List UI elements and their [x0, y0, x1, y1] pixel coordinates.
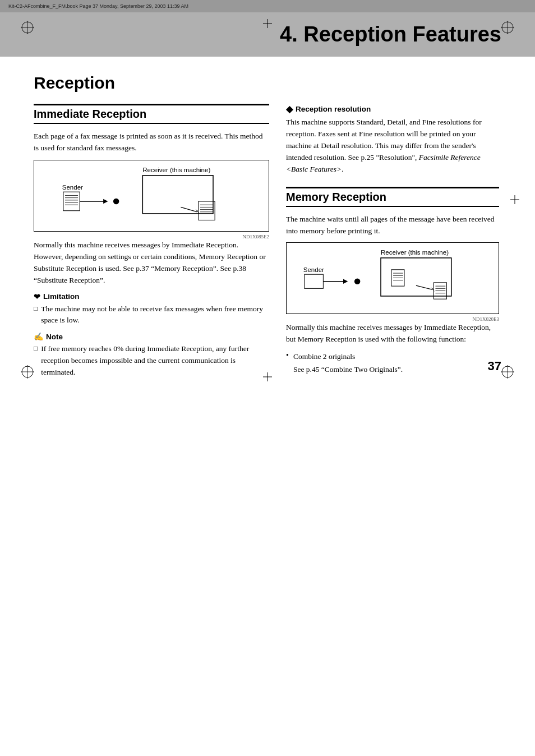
svg-point-9: [113, 199, 119, 204]
file-info-bar: Kit-C2-AFcombine_F_FM.book Page 37 Monda…: [0, 0, 535, 12]
note-heading: Note: [46, 333, 63, 341]
svg-line-15: [181, 207, 197, 211]
reception-resolution-section: ◆ Reception resolution This machine supp…: [286, 104, 499, 176]
note-text: If free memory reaches 0% during Immedia…: [41, 343, 269, 379]
diagram2-svg: Receiver (this machine) Sender: [291, 247, 494, 309]
combine-originals-label: Combine 2 originals: [293, 351, 403, 363]
limitation-section: ❤ Limitation □ The machine may not be ab…: [34, 292, 269, 327]
limitation-text: The machine may not be able to receive f…: [41, 303, 269, 327]
left-column: Immediate Reception Each page of a fax m…: [34, 104, 269, 385]
diagram-immediate-reception: Receiver (this machine) Sender: [34, 160, 269, 232]
section-title: Reception: [34, 73, 501, 93]
svg-marker-20: [343, 279, 348, 284]
svg-marker-8: [103, 199, 108, 204]
diagram2-caption: ND1X020E3: [286, 316, 499, 322]
limitation-heading: Limitation: [43, 292, 80, 301]
immediate-reception-body2: Normally this machine receives messages …: [34, 239, 269, 287]
corner-mark-tr: [500, 20, 515, 38]
immediate-reception-body1: Each page of a fax message is printed as…: [34, 131, 269, 154]
diagram-memory-reception: Receiver (this machine) Sender: [286, 242, 499, 314]
combine-originals-content: Combine 2 originals See p.45 “Combine Tw…: [293, 351, 403, 381]
note-item: □ If free memory reaches 0% during Immed…: [34, 343, 269, 379]
diagram2-receiver-label: Receiver (this machine): [381, 249, 449, 256]
main-content: Reception Immediate Reception Each page …: [0, 57, 535, 402]
italic-text: Facsimile Reference <Basic Features>: [286, 153, 481, 173]
memory-reception-body2: Normally this machine receives messages …: [286, 322, 499, 345]
center-bottom-mark: [262, 371, 273, 385]
svg-line-32: [416, 286, 432, 290]
combine-originals-item: • Combine 2 originals See p.45 “Combine …: [286, 351, 499, 381]
reception-resolution-header: ◆ Reception resolution: [286, 104, 499, 114]
svg-point-21: [354, 279, 360, 284]
file-info-text: Kit-C2-AFcombine_F_FM.book Page 37 Monda…: [8, 3, 188, 9]
corner-mark-br: [500, 364, 515, 382]
note-header: ✍ Note: [34, 332, 269, 341]
bullet-icon: •: [286, 351, 289, 360]
corner-mark-bl: [20, 364, 35, 382]
memory-reception-body1: The machine waits until all pages of the…: [286, 214, 499, 237]
diagram1-caption: ND1X085E2: [34, 234, 269, 239]
note-section: ✍ Note □ If free memory reaches 0% durin…: [34, 332, 269, 379]
limitation-header: ❤ Limitation: [34, 292, 269, 301]
diagram1-receiver-label: Receiver (this machine): [142, 166, 210, 173]
svg-rect-1: [63, 192, 80, 211]
checkbox-icon: □: [34, 305, 38, 313]
note-checkbox-icon: □: [34, 344, 38, 353]
right-column: ◆ Reception resolution This machine supp…: [286, 104, 499, 385]
memory-reception-header: Memory Reception: [286, 187, 499, 207]
limitation-item: □ The machine may not be able to receive…: [34, 303, 269, 327]
combine-originals-sub: See p.45 “Combine Two Originals”.: [293, 364, 403, 376]
note-icon: ✍: [34, 332, 43, 341]
center-right-mark: [510, 194, 519, 208]
immediate-reception-title: Immediate Reception: [34, 108, 269, 121]
reception-resolution-body: This machine supports Standard, Detail, …: [286, 117, 499, 176]
diagram2-sender-label: Sender: [303, 266, 324, 273]
svg-rect-18: [305, 275, 324, 289]
corner-mark-tl: [20, 20, 35, 38]
svg-rect-10: [199, 201, 215, 220]
center-top-mark: [262, 18, 273, 31]
memory-reception-title: Memory Reception: [286, 191, 499, 204]
diagram1-svg: Receiver (this machine) Sender: [39, 165, 264, 227]
diamond-icon: ◆: [286, 104, 293, 114]
immediate-reception-header: Immediate Reception: [34, 104, 269, 124]
reception-resolution-title: Reception resolution: [296, 105, 371, 113]
svg-rect-0: [142, 176, 213, 214]
limitation-icon: ❤: [34, 292, 40, 301]
two-column-layout: Immediate Reception Each page of a fax m…: [34, 104, 501, 385]
diagram1-sender-label: Sender: [62, 184, 83, 191]
